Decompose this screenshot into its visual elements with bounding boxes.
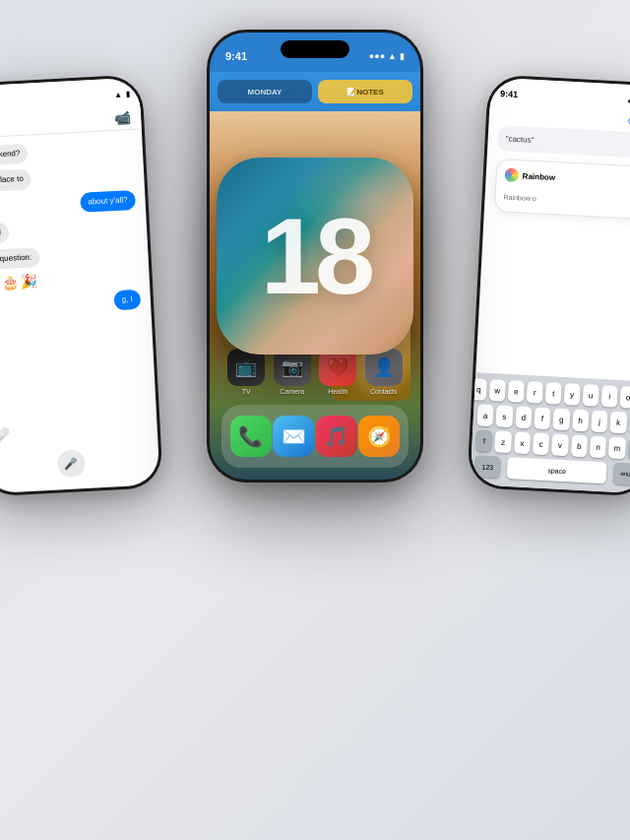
ios18-background: 18 <box>217 158 413 355</box>
key-q[interactable]: q <box>471 378 487 401</box>
key-n[interactable]: n <box>590 435 606 458</box>
app-icon-tv[interactable]: 📺 TV <box>227 349 265 395</box>
emoji-row: ❓ 🎂 🎉 <box>0 273 37 291</box>
mic-area: 🎤 <box>0 445 159 482</box>
key-d[interactable]: d <box>515 406 532 428</box>
tv-icon: 📺 <box>235 356 257 378</box>
message-bubble: ch I <box>0 223 10 244</box>
message-bubble: g, I <box>113 290 141 311</box>
search-field[interactable]: "cactus" <box>497 125 630 159</box>
key-z[interactable]: z <box>494 430 511 453</box>
camera-label: Camera <box>280 388 304 395</box>
key-u[interactable]: u <box>583 384 599 407</box>
message-bubble: about y'all? <box>80 190 136 213</box>
keyboard-bottom-row: 123 space return <box>474 455 630 485</box>
dock-compass[interactable]: 🧭 <box>358 416 400 457</box>
mic-icon: 🎤 <box>64 457 79 471</box>
wifi-icon: ▲ <box>114 90 122 98</box>
bandage-icon: 🩹 <box>0 426 11 446</box>
right-phone: 9:41 ●●● ▲ ▮ Cancel "cactus" Rainbow Rai… <box>467 74 630 496</box>
monday-label: MONDAY <box>248 88 283 97</box>
contacts-icon: 👤 <box>373 356 395 378</box>
key-return[interactable]: return <box>613 463 630 486</box>
right-phone-screen: 9:41 ●●● ▲ ▮ Cancel "cactus" Rainbow Rai… <box>470 78 630 494</box>
key-space[interactable]: space <box>507 457 607 484</box>
ios18-logo: 18 <box>217 158 413 355</box>
dock-mail[interactable]: ✉️ <box>273 416 314 457</box>
key-v[interactable]: v <box>551 433 568 456</box>
camera-icon: 📷 <box>282 356 303 378</box>
emoji-cake: 🎂 <box>1 274 19 291</box>
app-icon-camera[interactable]: 📷 Camera <box>274 349 311 395</box>
search-value: "cactus" <box>506 134 535 144</box>
message-bubble: weekend? <box>0 144 29 166</box>
monday-tab[interactable]: MONDAY <box>218 80 312 103</box>
video-call-icon[interactable]: 📹 <box>114 109 132 126</box>
key-m[interactable]: m <box>608 436 625 459</box>
app-icon-health[interactable]: ❤️ Health <box>319 349 356 395</box>
app-icon-contacts[interactable]: 👤 Contacts <box>365 349 403 395</box>
reaction-row: 😊 <box>0 323 1 338</box>
key-r[interactable]: r <box>527 381 543 404</box>
mail-icon: ✉️ <box>282 424 306 448</box>
battery-icon: ▮ <box>126 90 130 98</box>
emoji-party: 🎉 <box>20 273 37 290</box>
status-time: 9:41 <box>225 50 247 62</box>
battery-icon: ▮ <box>400 51 405 61</box>
status-icons: ●●● ▲ ▮ <box>369 51 405 61</box>
key-123[interactable]: 123 <box>474 455 501 478</box>
contacts-label: Contacts <box>370 388 398 395</box>
key-c[interactable]: c <box>533 432 549 455</box>
siri-name: Rainbow <box>523 171 556 182</box>
siri-orb-icon <box>504 167 519 182</box>
tv-label: TV <box>242 388 251 395</box>
dynamic-island <box>281 40 349 58</box>
message-bubble: r's place to <box>0 169 32 192</box>
notes-text: Notes <box>356 88 384 97</box>
key-o[interactable]: o <box>620 386 630 409</box>
key-j[interactable]: j <box>591 410 607 432</box>
dock-phone[interactable]: 📞 <box>230 416 272 457</box>
siri-subtitle: Rainbow o <box>503 193 536 202</box>
key-s[interactable]: s <box>496 405 513 427</box>
dock-music[interactable]: 🎵 <box>316 416 357 457</box>
message-bubble: ck question: <box>0 247 40 270</box>
key-y[interactable]: y <box>564 383 581 406</box>
right-time: 9:41 <box>500 89 519 99</box>
phone-icon: 📞 <box>238 424 263 448</box>
wifi-icon: ▲ <box>388 51 397 61</box>
notes-tab[interactable]: 📝 Notes <box>318 80 412 103</box>
status-icons: ▲ ▮ <box>114 90 130 99</box>
messages-list: weekend? r's place to about y'all? ch I … <box>0 130 153 346</box>
key-b[interactable]: b <box>571 434 588 457</box>
key-x[interactable]: x <box>514 431 531 454</box>
app-icons-row: 📺 TV 📷 Camera ❤️ Health 👤 Contacts <box>210 349 420 395</box>
compass-icon: 🧭 <box>367 424 392 448</box>
dock: 📞 ✉️ 🎵 🧭 <box>221 405 409 468</box>
signal-icon: ●●● <box>369 51 385 61</box>
key-shift[interactable]: ⇧ <box>475 429 492 452</box>
key-t[interactable]: t <box>545 382 562 405</box>
mic-button[interactable]: 🎤 <box>56 449 85 478</box>
music-icon: 🎵 <box>324 424 348 448</box>
health-icon: ❤️ <box>327 356 348 378</box>
siri-result-card: Rainbow Rainbow o <box>494 159 630 220</box>
key-e[interactable]: e <box>508 380 525 403</box>
ios18-number: 18 <box>261 202 369 310</box>
left-phone: ▲ ▮ 📹 weekend? r's place to about y'all?… <box>0 74 163 496</box>
key-f[interactable]: f <box>534 407 550 429</box>
health-label: Health <box>328 388 347 395</box>
top-tabs-bar: MONDAY 📝 Notes <box>210 72 420 111</box>
notes-label: 📝 <box>346 88 356 97</box>
key-i[interactable]: i <box>601 385 618 408</box>
key-w[interactable]: w <box>489 379 506 402</box>
key-g[interactable]: g <box>553 408 570 430</box>
keyboard: q w e r t y u i o p a s d f g h j k l <box>470 372 630 493</box>
left-phone-screen: ▲ ▮ 📹 weekend? r's place to about y'all?… <box>0 78 160 494</box>
siri-header: Rainbow <box>504 167 630 188</box>
key-a[interactable]: a <box>476 404 493 426</box>
key-k[interactable]: k <box>610 411 627 433</box>
emoji-smiley: 😊 <box>0 323 1 338</box>
key-h[interactable]: h <box>572 409 589 431</box>
